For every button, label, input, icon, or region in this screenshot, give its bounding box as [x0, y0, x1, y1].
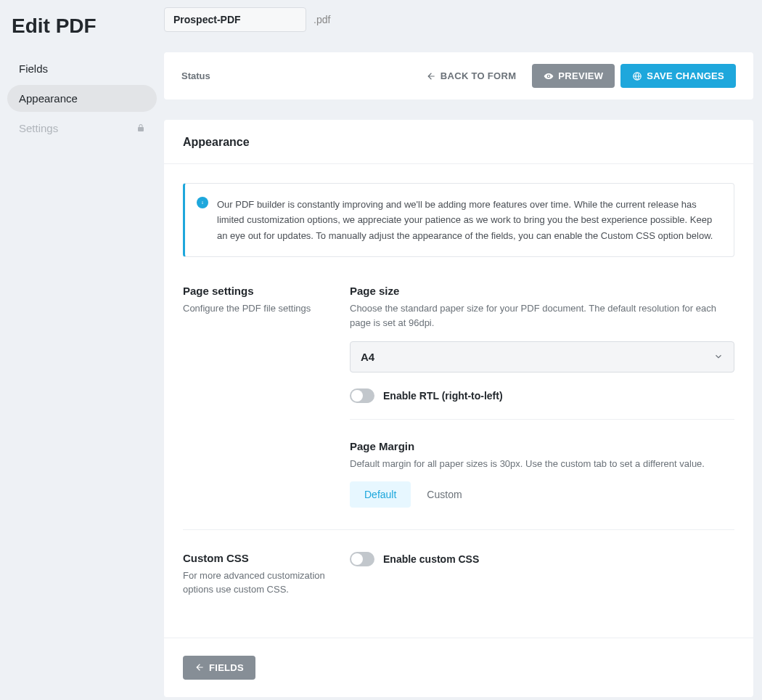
info-text: Our PDF builder is constantly improving …	[217, 199, 713, 241]
page-margin-desc: Default margin for all paper sizes is 30…	[350, 457, 734, 471]
custom-css-toggle[interactable]	[350, 552, 374, 566]
status-label: Status	[181, 70, 210, 81]
custom-css-row: Custom CSS For more advanced customizati…	[183, 529, 734, 619]
fields-label: FIELDS	[209, 662, 244, 673]
info-banner: Our PDF builder is constantly improving …	[183, 183, 734, 257]
back-label: BACK TO FORM	[441, 70, 516, 81]
filename-extension: .pdf	[314, 14, 330, 25]
preview-button[interactable]: PREVIEW	[532, 64, 615, 88]
custom-css-title: Custom CSS	[183, 552, 328, 564]
arrow-left-icon	[194, 662, 205, 672]
arrow-left-icon	[426, 71, 436, 81]
filename-input[interactable]	[164, 7, 306, 32]
info-icon	[197, 197, 208, 208]
sidebar-item-appearance[interactable]: Appearance	[7, 85, 157, 112]
page-size-select[interactable]: A4	[350, 341, 734, 373]
back-to-form-button[interactable]: BACK TO FORM	[416, 65, 526, 87]
custom-css-toggle-label: Enable custom CSS	[383, 553, 479, 565]
page-settings-desc: Configure the PDF file settings	[183, 301, 328, 316]
margin-tab-custom[interactable]: Custom	[412, 481, 476, 508]
rtl-toggle[interactable]	[350, 388, 374, 403]
save-label: SAVE CHANGES	[647, 70, 724, 81]
preview-label: PREVIEW	[558, 70, 603, 81]
sidebar-item-label: Settings	[19, 122, 58, 134]
page-size-desc: Choose the standard paper size for your …	[350, 301, 734, 330]
page-title: Edit PDF	[12, 15, 157, 38]
sidebar-item-settings: Settings	[7, 115, 157, 142]
section-heading: Appearance	[164, 120, 753, 163]
chevron-down-icon	[713, 351, 724, 362]
page-settings-row: Page settings Configure the PDF file set…	[183, 285, 734, 529]
globe-icon	[632, 71, 642, 81]
page-margin-title: Page Margin	[350, 440, 734, 452]
eye-icon	[544, 71, 554, 81]
toolbar-card: Status BACK TO FORM PREVIEW SAVE CHANGES	[164, 52, 753, 99]
page-size-value: A4	[361, 351, 374, 363]
margin-tab-default[interactable]: Default	[350, 481, 411, 508]
save-changes-button[interactable]: SAVE CHANGES	[620, 64, 736, 88]
sidebar-item-label: Appearance	[19, 92, 78, 105]
custom-css-desc: For more advanced customization options …	[183, 569, 328, 597]
rtl-toggle-label: Enable RTL (right-to-left)	[383, 390, 503, 402]
appearance-card: Appearance Our PDF builder is constantly…	[164, 120, 753, 697]
sidebar-item-label: Fields	[19, 62, 48, 75]
lock-icon	[136, 122, 145, 134]
page-settings-title: Page settings	[183, 285, 328, 297]
sidebar-item-fields[interactable]: Fields	[7, 55, 157, 82]
fields-button[interactable]: FIELDS	[183, 656, 255, 680]
page-size-title: Page size	[350, 285, 734, 297]
